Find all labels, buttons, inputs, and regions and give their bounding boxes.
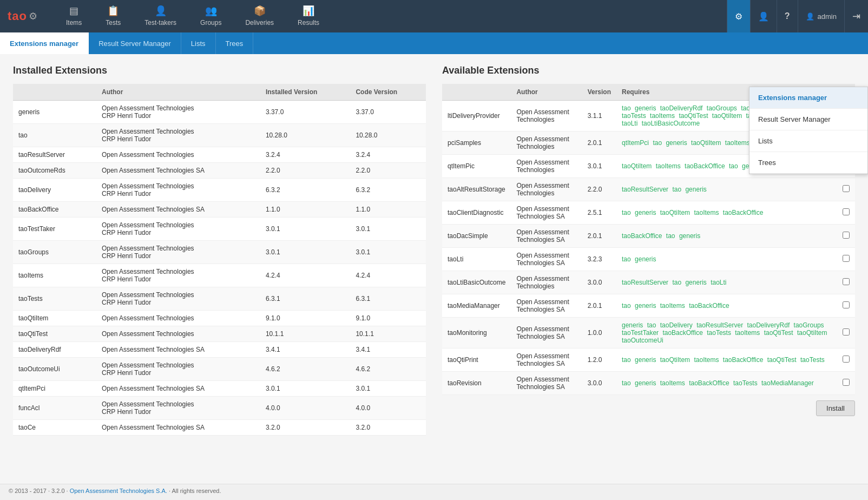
av-ext-checkbox[interactable] <box>843 208 850 215</box>
nav-item-results[interactable]: 📊Results <box>286 0 331 32</box>
requires-tag[interactable]: tao <box>672 279 681 286</box>
nav-item-groups[interactable]: 👥Groups <box>188 0 233 32</box>
requires-tag[interactable]: tao <box>622 356 631 364</box>
av-ext-checkbox-cell[interactable] <box>837 294 855 318</box>
dropdown-item-lists[interactable]: Lists <box>749 130 867 152</box>
requires-tag[interactable]: taoBackOffice <box>662 329 702 337</box>
requires-tag[interactable]: taoTestTaker <box>622 329 659 337</box>
av-ext-checkbox-cell[interactable] <box>837 248 855 271</box>
requires-tag[interactable]: generis <box>635 302 656 310</box>
requires-tag[interactable]: taoQtiTest <box>679 112 708 120</box>
av-ext-checkbox-cell[interactable] <box>837 201 855 225</box>
requires-tag[interactable]: generis <box>635 209 656 216</box>
requires-tag[interactable]: taoQtiItem <box>660 356 690 364</box>
nav-item-tests[interactable]: 📋Tests <box>94 0 133 32</box>
dropdown-item-result-server-manager[interactable]: Result Server Manager <box>749 109 867 130</box>
requires-tag[interactable]: generis <box>679 232 700 240</box>
nav-item-deliveries[interactable]: 📦Deliveries <box>233 0 286 32</box>
requires-tag[interactable]: qtItemPci <box>622 139 649 147</box>
requires-tag[interactable]: tao <box>622 302 631 310</box>
requires-tag[interactable]: taoTests <box>707 329 731 337</box>
install-button[interactable]: Install <box>816 400 855 416</box>
help-button[interactable]: ? <box>777 0 798 32</box>
av-ext-checkbox[interactable] <box>843 255 850 262</box>
requires-tag[interactable]: taoQtiItem <box>712 112 742 120</box>
requires-tag[interactable]: taoGroups <box>707 104 737 112</box>
requires-tag[interactable]: tao <box>622 379 631 387</box>
requires-tag[interactable]: taoItems <box>694 356 719 364</box>
requires-tag[interactable]: taoBackOffice <box>689 302 729 310</box>
logout-button[interactable]: ⇥ <box>844 0 868 32</box>
requires-tag[interactable]: taoQtiTest <box>767 356 797 364</box>
av-ext-checkbox-cell[interactable] <box>837 271 855 294</box>
requires-tag[interactable]: taoResultServer <box>696 321 743 329</box>
av-ext-checkbox-cell[interactable] <box>837 318 855 348</box>
requires-tag[interactable]: tao <box>622 255 631 263</box>
requires-tag[interactable]: taoItems <box>694 209 719 216</box>
logo-area[interactable]: tao ⚙ <box>0 0 54 32</box>
requires-tag[interactable]: taoDeliveryRdf <box>660 104 703 112</box>
admin-area[interactable]: 👤 admin <box>798 0 844 32</box>
requires-tag[interactable]: taoBackOffice <box>723 356 763 364</box>
requires-tag[interactable]: taoResultServer <box>622 279 668 286</box>
requires-tag[interactable]: taoQtiTest <box>764 329 793 337</box>
requires-tag[interactable]: taoLti <box>622 120 637 127</box>
av-ext-checkbox[interactable] <box>843 232 850 239</box>
requires-tag[interactable]: taoBackOffice <box>622 232 662 240</box>
tab-trees[interactable]: Trees <box>216 32 254 54</box>
requires-tag[interactable]: taoItems <box>656 162 681 170</box>
requires-tag[interactable]: taoLtiBasicOutcome <box>642 120 700 127</box>
av-ext-checkbox[interactable] <box>843 379 850 386</box>
av-ext-checkbox-cell[interactable] <box>837 348 855 372</box>
requires-tag[interactable]: taoResultServer <box>622 186 668 193</box>
requires-tag[interactable]: taoTests <box>800 356 825 364</box>
requires-tag[interactable]: taoLti <box>711 279 726 286</box>
nav-item-test-takers[interactable]: 👤Test-takers <box>133 0 188 32</box>
requires-tag[interactable]: generis <box>635 255 656 263</box>
user-button[interactable]: 👤 <box>750 0 777 32</box>
requires-tag[interactable]: taoTests <box>733 379 758 387</box>
requires-tag[interactable]: taoTests <box>622 112 646 120</box>
requires-tag[interactable]: tao <box>666 232 675 240</box>
requires-tag[interactable]: tao <box>729 162 738 170</box>
requires-tag[interactable]: taoItems <box>660 302 685 310</box>
tab-lists[interactable]: Lists <box>181 32 216 54</box>
dropdown-item-extensions-manager[interactable]: Extensions manager <box>749 87 867 109</box>
requires-tag[interactable]: taoDelivery <box>660 321 693 329</box>
av-ext-checkbox-cell[interactable] <box>837 225 855 248</box>
nav-item-items[interactable]: ▤Items <box>54 0 94 32</box>
av-ext-checkbox-cell[interactable] <box>837 372 855 395</box>
av-ext-checkbox[interactable] <box>843 278 850 285</box>
dropdown-item-trees[interactable]: Trees <box>749 152 867 174</box>
av-ext-checkbox[interactable] <box>843 301 850 308</box>
requires-tag[interactable]: tao <box>672 186 681 193</box>
requires-tag[interactable]: tao <box>622 104 631 112</box>
requires-tag[interactable]: generis <box>635 104 656 112</box>
av-ext-checkbox[interactable] <box>843 356 850 363</box>
requires-tag[interactable]: taoQtiItem <box>660 209 690 216</box>
tab-result-server-manager[interactable]: Result Server Manager <box>89 32 181 54</box>
requires-tag[interactable]: taoGroups <box>794 321 824 329</box>
requires-tag[interactable]: taoBackOffice <box>723 209 763 216</box>
requires-tag[interactable]: taoItems <box>735 329 760 337</box>
footer-link[interactable]: Open Assessment Technologies S.A. <box>70 488 167 494</box>
requires-tag[interactable]: taoDeliveryRdf <box>747 321 790 329</box>
requires-tag[interactable]: tao <box>622 209 631 216</box>
requires-tag[interactable]: taoQtiItem <box>691 139 721 147</box>
av-ext-checkbox[interactable] <box>843 328 850 335</box>
requires-tag[interactable]: generis <box>635 379 656 387</box>
requires-tag[interactable]: tao <box>653 139 662 147</box>
requires-tag[interactable]: taoQtiItem <box>622 162 652 170</box>
requires-tag[interactable]: generis <box>635 356 656 364</box>
requires-tag[interactable]: taoItems <box>660 379 685 387</box>
tab-extensions-manager[interactable]: Extensions manager <box>0 32 89 54</box>
av-ext-checkbox[interactable] <box>843 185 850 192</box>
requires-tag[interactable]: generis <box>685 186 706 193</box>
av-ext-checkbox-cell[interactable] <box>837 178 855 201</box>
requires-tag[interactable]: tao <box>647 321 656 329</box>
requires-tag[interactable]: taoOutcomeUi <box>622 337 663 344</box>
requires-tag[interactable]: taoBackOffice <box>685 162 725 170</box>
settings-button[interactable]: ⚙ <box>727 0 750 32</box>
requires-tag[interactable]: taoItems <box>725 139 750 147</box>
requires-tag[interactable]: taoQtiItem <box>797 329 827 337</box>
